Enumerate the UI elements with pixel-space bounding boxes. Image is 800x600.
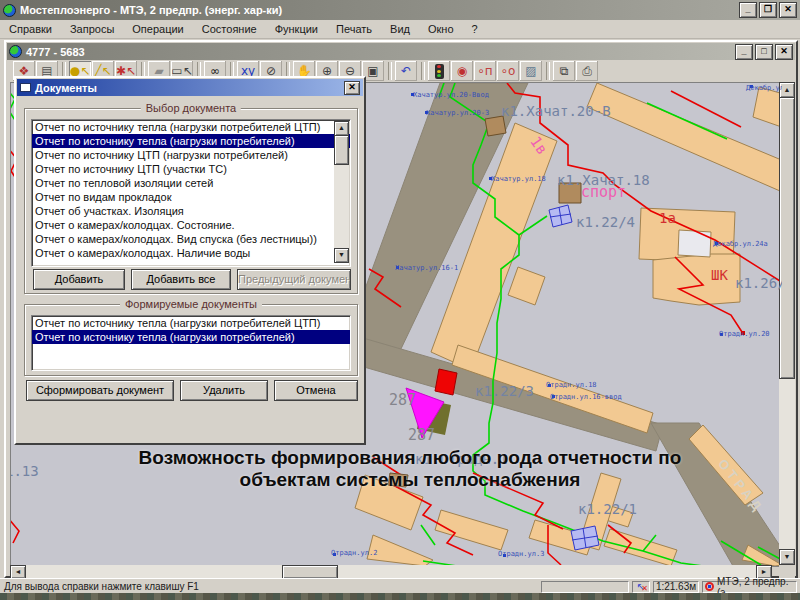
map-label: Хачатур.ул.18 (491, 175, 546, 183)
minimize-button[interactable]: _ (739, 2, 757, 18)
scroll-left-button[interactable]: ◄ (10, 565, 26, 579)
undo-icon[interactable]: ↶ (395, 61, 417, 81)
menu-item-?[interactable]: ? (463, 21, 487, 37)
list-scroll-thumb[interactable] (334, 135, 349, 165)
print-icon[interactable]: ⎙ (576, 61, 598, 81)
target-node-icon-glyph: ◉ (457, 65, 467, 77)
caption-line-2: объектам системы теплоснабжения (95, 469, 725, 491)
list-item[interactable]: Отчет по источнику тепла (нагрузки потре… (32, 330, 350, 344)
map-close-button[interactable]: ✕ (775, 44, 793, 60)
list-scroll-down-button[interactable]: ▼ (334, 248, 349, 263)
menu-item-Окно[interactable]: Окно (419, 21, 463, 37)
list-item[interactable]: Отчет по тепловой изоляции сетей (32, 176, 350, 190)
cancel-button[interactable]: Отмена (274, 380, 358, 401)
map-label: Декабр.ул.2а (746, 84, 783, 92)
map-label: Отрадн.ул.20 (719, 330, 770, 338)
menu-item-Справки[interactable]: Справки (0, 21, 61, 37)
list-item[interactable]: Отчет по источнику ЦТП (участки ТС) (32, 162, 350, 176)
map-label: к1.26/ (735, 275, 783, 291)
menu-item-Вид[interactable]: Вид (381, 21, 419, 37)
list-item[interactable]: Отчет о камерах/колодцах. Наличие воды (32, 246, 350, 260)
select-document-group-label: Выбор документа (141, 102, 241, 114)
node-start-icon-glyph: ∘п (477, 65, 492, 77)
horizontal-scroll-thumb[interactable] (282, 565, 338, 579)
dialog-title-bar: Документы ✕ (17, 79, 363, 96)
app-logo-icon (705, 582, 714, 591)
menu-item-Печать[interactable]: Печать (327, 21, 381, 37)
map-vertical-scrollbar[interactable]: ▲ ▼ (779, 82, 795, 565)
menu-item-Функции[interactable]: Функции (266, 21, 327, 37)
copy-icon-glyph: ⧉ (560, 65, 569, 77)
map-label: 287 (408, 426, 435, 444)
menu-bar: СправкиЗапросыОперацииСостояниеФункцииПе… (0, 20, 800, 39)
status-bar: Для вывода справки нажмите клавишу F1 ↖ … (0, 578, 800, 594)
generate-list[interactable]: Отчет по источнику тепла (нагрузки потре… (31, 315, 351, 371)
map-label: к1.22/1 (578, 501, 637, 517)
map-horizontal-scrollbar[interactable]: ◄ ► (10, 565, 772, 579)
close-button[interactable]: ✕ (779, 2, 797, 18)
map-label: Хачатур.ул.20-Ввод (413, 91, 489, 99)
list-item[interactable]: Отчет о камерах/колодцах. Состояние. (32, 218, 350, 232)
documents-list-scrollbar[interactable]: ▲ ▼ (334, 121, 349, 263)
map-label: Хачатур.ул.20-3 (426, 109, 489, 117)
zoom-window-icon-glyph: ▣ (367, 65, 378, 77)
slide-caption: Возможность формирования любого рода отч… (95, 447, 725, 491)
add-button[interactable]: Добавить (33, 269, 125, 290)
map-minimize-button[interactable]: _ (735, 44, 753, 60)
menu-item-Состояние[interactable]: Состояние (193, 21, 266, 37)
list-item[interactable]: Отчет по источнику тепла (нагрузки потре… (32, 316, 350, 330)
map-label: ШК (711, 267, 728, 283)
map-maximize-button[interactable]: □ (755, 44, 773, 60)
previous-document-button[interactable]: Предыдущий документ (237, 269, 351, 290)
list-scroll-up-button[interactable]: ▲ (334, 121, 349, 136)
map-label: Отрадн.ул.18 (546, 381, 597, 389)
restore-button[interactable]: ❐ (759, 2, 777, 18)
generate-documents-group: Формируемые документы Отчет по источнику… (24, 304, 358, 376)
map-label: Хачатур.ул.16-1 (395, 264, 458, 272)
map-label: Отрадн.ул.16-ввод (550, 393, 622, 401)
list-item[interactable]: Отчет по источнику тепла (нагрузки потре… (32, 134, 350, 148)
node-end-icon[interactable]: ∘о (497, 61, 519, 81)
caption-line-1: Возможность формирования любого рода отч… (95, 447, 725, 469)
map-label: 1а (659, 210, 676, 226)
node-start-icon[interactable]: ∘п (474, 61, 496, 81)
map-label: 287 (389, 391, 416, 409)
node-end-icon-glyph: ∘о (501, 65, 516, 77)
menu-item-Запросы[interactable]: Запросы (61, 21, 123, 37)
add-all-button[interactable]: Добавить все (131, 269, 231, 290)
map-label: Отрадн.ул.2 (331, 549, 377, 557)
main-window-title: Мостеплоэнерго - МТЭ, 2 предпр. (энерг. … (20, 4, 737, 16)
list-item[interactable]: Отчет об участках. Изоляция (32, 204, 350, 218)
map-window-globe-icon (9, 45, 22, 58)
image-icon[interactable]: ▨ (520, 61, 542, 81)
map-label: 1.13 (10, 463, 39, 479)
toolbar-separator (546, 62, 550, 80)
print-icon-glyph: ⎙ (582, 65, 592, 77)
cursor-cross-icon: ✕ (641, 585, 648, 593)
delete-button[interactable]: Удалить (180, 380, 268, 401)
vertical-scroll-thumb[interactable] (779, 97, 795, 379)
documents-dialog: Документы ✕ Выбор документа Отчет по ист… (14, 76, 366, 445)
status-cursor-panel: ↖ ✕ (632, 581, 650, 593)
map-window-title-bar: 4777 - 5683 _ □ ✕ (7, 43, 795, 60)
status-scale-panel: 1:21.63м (653, 581, 699, 593)
traffic-light-icon[interactable] (428, 61, 450, 81)
status-empty-panel (541, 581, 629, 593)
map-label: спорт (581, 183, 626, 201)
menu-item-Операции[interactable]: Операции (123, 21, 192, 37)
dialog-icon (20, 83, 31, 92)
toolbar-separator (421, 62, 425, 80)
list-item[interactable]: Отчет по источнику ЦТП (нагрузки потреби… (32, 148, 350, 162)
generate-document-button[interactable]: Сформировать документ (26, 380, 174, 401)
list-item[interactable]: Отчет о камерах/колодцах. Вид спуска (бе… (32, 232, 350, 246)
scroll-down-button[interactable]: ▼ (779, 549, 795, 565)
target-node-icon[interactable]: ◉ (451, 61, 473, 81)
copy-icon[interactable]: ⧉ (553, 61, 575, 81)
documents-list[interactable]: Отчет по источнику тепла (нагрузки потре… (31, 119, 351, 267)
list-item[interactable]: Отчет по видам прокладок (32, 190, 350, 204)
map-label: к1.22/3 (475, 383, 534, 399)
dialog-close-button[interactable]: ✕ (344, 81, 360, 95)
main-title-bar: Мостеплоэнерго - МТЭ, 2 предпр. (энерг. … (0, 0, 800, 20)
list-item[interactable]: Отчет по источнику тепла (нагрузки потре… (32, 120, 350, 134)
generate-documents-group-label: Формируемые документы (120, 298, 262, 310)
